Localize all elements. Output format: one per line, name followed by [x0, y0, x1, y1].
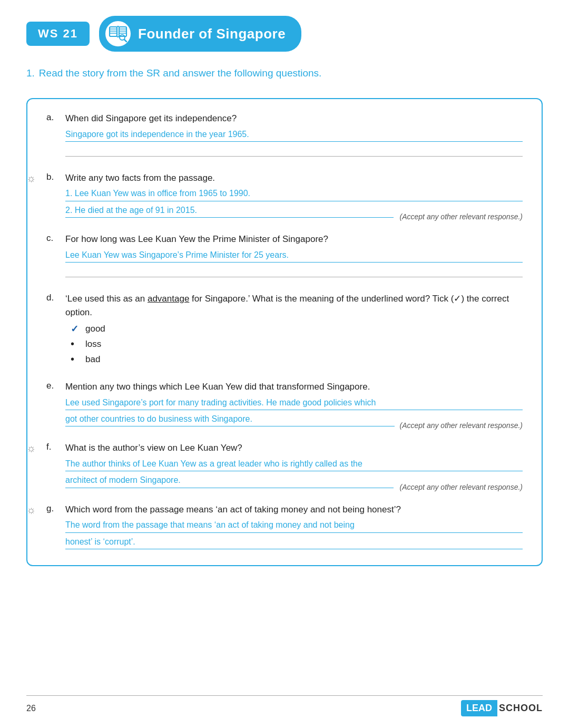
question-e-text: Mention any two things which Lee Kuan Ye…: [65, 380, 523, 394]
star-icon-f: ☼: [26, 442, 36, 454]
answer-b-line2: 2. He died at the age of 91 in 2015.: [65, 205, 394, 218]
svg-rect-0: [110, 27, 117, 36]
option-bad-label: bad: [85, 354, 100, 365]
label-d: d.: [46, 292, 65, 368]
instruction-number: 1.: [26, 67, 35, 79]
label-c: c.: [46, 232, 65, 280]
answer-g-line2: honest’ is ‘corrupt’.: [65, 536, 523, 549]
question-b: ☼ b. Write any two facts from the passag…: [46, 171, 523, 221]
svg-line-9: [124, 40, 126, 42]
question-e: e. Mention any two things which Lee Kuan…: [46, 380, 523, 430]
accept-note-f: (Accept any other relevant response.): [400, 483, 523, 491]
question-b-text: Write any two facts from the passage.: [65, 171, 523, 185]
answer-f-line1: The author thinks of Lee Kuan Yew as a g…: [65, 458, 523, 471]
answer-b-line1: 1. Lee Kuan Yew was in office from 1965 …: [65, 188, 523, 201]
label-e: e.: [46, 380, 65, 430]
content-b: Write any two facts from the passage. 1.…: [65, 171, 523, 221]
option-bad: • bad: [71, 353, 523, 365]
star-icon-b: ☼: [26, 172, 36, 185]
answer-e-line2: got other countries to do business with …: [65, 413, 395, 426]
label-b: b.: [46, 171, 65, 221]
lead-school-badge: LEAD SCHOOL: [461, 700, 543, 716]
answer-e-line1: Lee used Singapore’s port for many tradi…: [65, 397, 523, 410]
question-d: d. ‘Lee used this as an advantage for Si…: [46, 292, 523, 368]
content-g: Which word from the passage means ‘an ac…: [65, 503, 523, 552]
underlined-word: advantage: [148, 294, 189, 304]
question-c-text: For how long was Lee Kuan Yew the Prime …: [65, 232, 523, 246]
option-good-label: good: [85, 324, 105, 334]
title-pill: Founder of Singapore: [99, 16, 301, 52]
answer-a-line1: Singapore got its independence in the ye…: [65, 129, 523, 142]
main-instruction-text: Read the story from the SR and answer th…: [39, 67, 322, 79]
accept-note-b: (Accept any other relevant response.): [400, 212, 523, 221]
question-a-text: When did Singapore get its independence?: [65, 112, 523, 125]
option-good: ✓ good: [71, 323, 523, 335]
page-footer: 26 LEAD SCHOOL: [26, 695, 543, 716]
page-header: WS 21 Founder of Singapore: [26, 16, 543, 52]
question-c: c. For how long was Lee Kuan Yew the Pri…: [46, 232, 523, 280]
content-e: Mention any two things which Lee Kuan Ye…: [65, 380, 523, 430]
options-list: ✓ good • loss • bad: [71, 323, 523, 365]
content-f: What is the author’s view on Lee Kuan Ye…: [65, 441, 523, 491]
content-c: For how long was Lee Kuan Yew the Prime …: [65, 232, 523, 280]
bullet-icon-loss: •: [71, 338, 85, 350]
school-label: SCHOOL: [499, 703, 543, 714]
page-title: Founder of Singapore: [138, 26, 286, 42]
bullet-icon-bad: •: [71, 353, 85, 365]
answer-c-line1: Lee Kuan Yew was Singapore’s Prime Minis…: [65, 249, 523, 263]
star-icon-g: ☼: [26, 504, 36, 516]
question-g-text: Which word from the passage means ‘an ac…: [65, 503, 523, 517]
lead-label: LEAD: [461, 700, 497, 716]
question-d-part1: ‘Lee used this as an: [65, 294, 148, 304]
answer-f-line2: architect of modern Singapore.: [65, 474, 394, 488]
option-loss-label: loss: [85, 339, 101, 350]
label-a: a.: [46, 112, 65, 160]
label-f: f.: [46, 441, 65, 491]
question-box: a. When did Singapore get its independen…: [26, 98, 543, 566]
ws-badge: WS 21: [26, 22, 90, 46]
content-a: When did Singapore get its independence?…: [65, 112, 523, 160]
page-number: 26: [26, 704, 36, 713]
answer-g-line1: The word from the passage that means ‘an…: [65, 519, 523, 532]
rc-icon: [105, 21, 131, 46]
answer-c-line2: [65, 266, 523, 277]
accept-note-e: (Accept any other relevant response.): [400, 421, 523, 430]
question-f: ☼ f. What is the author’s view on Lee Ku…: [46, 441, 523, 491]
question-a: a. When did Singapore get its independen…: [46, 112, 523, 160]
question-g: ☼ g. Which word from the passage means ‘…: [46, 503, 523, 552]
option-loss: • loss: [71, 338, 523, 350]
question-d-text: ‘Lee used this as an advantage for Singa…: [65, 292, 523, 319]
answer-a-line2: [65, 145, 523, 157]
checkmark-icon: ✓: [71, 323, 85, 335]
content-d: ‘Lee used this as an advantage for Singa…: [65, 292, 523, 368]
label-g: g.: [46, 503, 65, 552]
question-f-text: What is the author’s view on Lee Kuan Ye…: [65, 441, 523, 455]
